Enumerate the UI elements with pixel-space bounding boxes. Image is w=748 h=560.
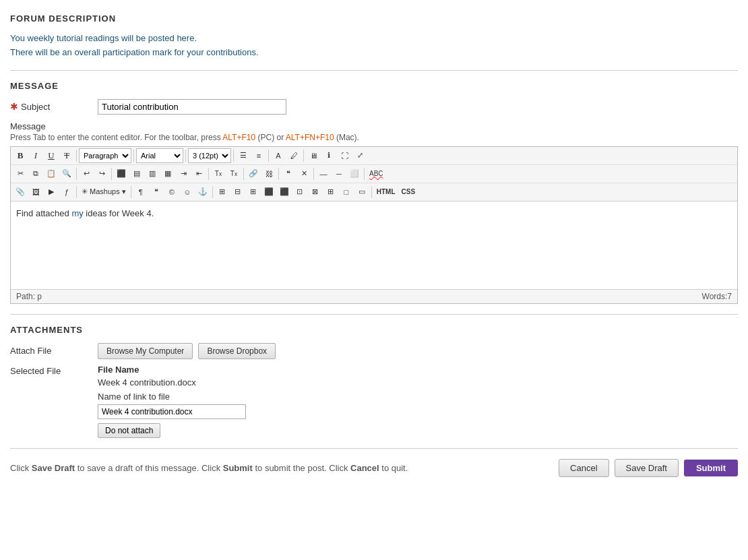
find-button[interactable]: 🔍 — [59, 166, 74, 181]
page-footer: Click Save Draft to save a draft of this… — [10, 449, 738, 487]
forum-description-section: FORUM DESCRIPTION You weekly tutorial re… — [10, 7, 738, 71]
attachment-button[interactable]: 📎 — [13, 185, 28, 199]
editor-container: B I U T Paragraph Heading 1 Heading 2 He… — [10, 146, 738, 304]
toolbar-separator-10 — [243, 168, 244, 180]
preview-button[interactable]: 🖥 — [306, 148, 321, 163]
emoji-button[interactable]: ☺ — [180, 185, 195, 199]
italic-button[interactable]: I — [28, 148, 43, 163]
link-name-input[interactable] — [98, 404, 246, 419]
paragraph-mark-button[interactable]: ¶ — [133, 185, 148, 199]
toolbar-separator-11 — [278, 168, 279, 180]
message-label: Message — [10, 121, 738, 131]
table-col-before[interactable]: ⊟ — [230, 185, 245, 199]
bold-button[interactable]: B — [13, 148, 28, 163]
table-col-after[interactable]: ⊞ — [246, 185, 261, 199]
toolbar-separator-5 — [268, 150, 269, 162]
link-button[interactable]: 🔗 — [246, 166, 261, 181]
fullscreen-button[interactable]: ⛶ — [337, 148, 352, 163]
footer-hint: Click Save Draft to save a draft of this… — [10, 463, 408, 473]
blockquote-button[interactable]: ❝ — [281, 166, 296, 181]
selected-file-row: Selected File File Name Week 4 contribut… — [10, 365, 738, 438]
indent-button[interactable]: ⇥ — [176, 166, 191, 181]
toolbar-separator-16 — [212, 186, 213, 198]
file-name-value: Week 4 contribution.docx — [98, 377, 246, 387]
ordered-list-button[interactable]: ≡ — [251, 148, 266, 163]
spell-check-button[interactable]: ABC — [367, 166, 386, 181]
blockquote2-button[interactable]: ❝ — [149, 185, 164, 199]
copy-button[interactable]: ⧉ — [28, 166, 43, 181]
outdent-button[interactable]: ⇤ — [191, 166, 206, 181]
paste-button[interactable]: 📋 — [44, 166, 59, 181]
cancel-button[interactable]: Cancel — [559, 459, 609, 477]
hr-button[interactable]: — — [316, 166, 331, 181]
toolbar-separator-13 — [364, 168, 365, 180]
strikethrough-button[interactable]: T — [59, 148, 74, 163]
undo-button[interactable]: ↩ — [79, 166, 94, 181]
toolbar-separator-12 — [313, 168, 314, 180]
special-char-button[interactable]: ⬜ — [347, 166, 362, 181]
editor-body[interactable]: Find attached my ideas for Week 4. — [11, 201, 737, 289]
subject-input[interactable] — [98, 99, 286, 115]
special-char2-button[interactable]: ⚓ — [195, 185, 210, 199]
underline-button[interactable]: U — [44, 148, 59, 163]
media-button[interactable]: ▶ — [44, 185, 59, 199]
table-delete-row[interactable]: ⊠ — [308, 185, 323, 199]
formula-button[interactable]: ƒ — [59, 185, 74, 199]
image-button[interactable]: 🖼 — [28, 185, 43, 199]
toolbar-separator-15 — [131, 186, 131, 198]
mashups-button[interactable]: ✳ Mashups ▾ — [79, 185, 129, 199]
remove-format-button[interactable]: ✕ — [297, 166, 311, 181]
save-draft-button[interactable]: Save Draft — [615, 459, 679, 477]
table-border[interactable]: ▭ — [354, 185, 369, 199]
do-not-attach-button[interactable]: Do not attach — [98, 423, 160, 438]
paragraph-style-select[interactable]: Paragraph Heading 1 Heading 2 Heading 3 — [79, 148, 131, 163]
link-name-label: Name of link to file — [98, 392, 246, 402]
align-left-button[interactable]: ⬛ — [114, 166, 129, 181]
submit-button[interactable]: Submit — [684, 460, 738, 476]
superscript-button[interactable]: Tx — [211, 166, 226, 181]
font-size-select[interactable]: 1 (8pt) 2 (10pt) 3 (12pt) 4 (14pt) 5 (18… — [188, 148, 231, 163]
required-star: ✱ — [10, 101, 18, 112]
table-row-after[interactable]: ⬛ — [277, 185, 292, 199]
table-delete-col[interactable]: ⊡ — [292, 185, 307, 199]
cut-button[interactable]: ✂ — [13, 166, 28, 181]
redo-button[interactable]: ↪ — [94, 166, 109, 181]
align-right-button[interactable]: ▥ — [145, 166, 160, 181]
table-split[interactable]: ⊞ — [323, 185, 338, 199]
align-center-button[interactable]: ▤ — [129, 166, 144, 181]
table-row-before[interactable]: ⬛ — [261, 185, 276, 199]
font-select[interactable]: Arial Times New Roman Courier New — [136, 148, 183, 163]
attachments-section: ATTACHMENTS Attach File Browse My Comput… — [10, 315, 738, 449]
editor-word-count: Words:7 — [702, 292, 732, 301]
toolbar-separator-17 — [371, 186, 372, 198]
copyright-button[interactable]: © — [164, 185, 179, 199]
font-color-button[interactable]: A — [271, 148, 286, 163]
toolbar-separator-14 — [76, 186, 77, 198]
subscript-button[interactable]: Tx — [226, 166, 241, 181]
highlight-button[interactable]: 🖊 — [286, 148, 301, 163]
forum-description-line2: There will be an overall participation m… — [10, 46, 738, 60]
unordered-list-button[interactable]: ☰ — [236, 148, 251, 163]
message-hint: Press Tab to enter the content editor. F… — [10, 133, 738, 142]
file-name-label: File Name — [98, 365, 246, 375]
unlink-button[interactable]: ⛓ — [261, 166, 276, 181]
hr2-button[interactable]: ─ — [332, 166, 346, 181]
selected-file-details: File Name Week 4 contribution.docx Name … — [98, 365, 246, 438]
toolbar-row-1: B I U T Paragraph Heading 1 Heading 2 He… — [11, 147, 737, 165]
expand-button[interactable]: ⤢ — [352, 148, 367, 163]
toolbar-separator-1 — [76, 150, 77, 162]
browse-dropbox-button[interactable]: Browse Dropbox — [198, 343, 276, 359]
browse-computer-button[interactable]: Browse My Computer — [98, 343, 193, 359]
table-merge[interactable]: □ — [339, 185, 354, 199]
attachments-heading: ATTACHMENTS — [10, 325, 738, 335]
attach-file-label: Attach File — [10, 343, 98, 356]
table-button[interactable]: ⊞ — [215, 185, 230, 199]
align-justify-button[interactable]: ▦ — [160, 166, 175, 181]
attach-buttons: Browse My Computer Browse Dropbox — [98, 343, 276, 359]
html-source-button[interactable]: HTML — [374, 185, 398, 199]
info-button[interactable]: ℹ — [321, 148, 336, 163]
footer-buttons: Cancel Save Draft Submit — [559, 459, 738, 477]
editor-path: Path: p — [16, 292, 42, 301]
toolbar-row-2: ✂ ⧉ 📋 🔍 ↩ ↪ ⬛ ▤ ▥ ▦ ⇥ ⇤ Tx Tx — [11, 165, 737, 183]
css-source-button[interactable]: CSS — [399, 185, 418, 199]
